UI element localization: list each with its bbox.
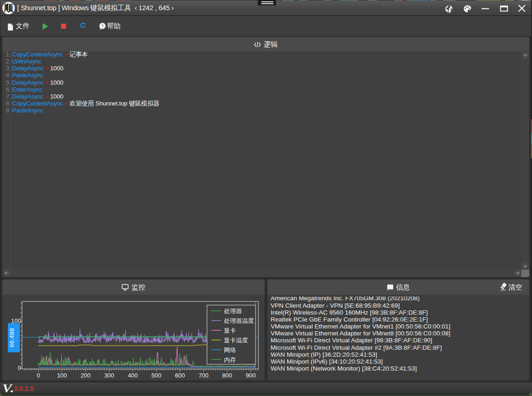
svg-text:300: 300: [104, 372, 114, 379]
svg-text:66.488: 66.488: [8, 328, 15, 347]
svg-text:显卡: 显卡: [224, 327, 236, 334]
svg-text:200: 200: [80, 372, 91, 379]
svg-text:900: 900: [246, 372, 256, 379]
svg-text:处理器温度: 处理器温度: [224, 317, 254, 324]
svg-text:100: 100: [11, 317, 21, 324]
svg-text:处理器: 处理器: [224, 308, 242, 315]
svg-text:显卡温度: 显卡温度: [224, 337, 248, 344]
svg-text:0: 0: [18, 365, 21, 371]
svg-text:500: 500: [151, 372, 161, 379]
svg-text:?: ?: [101, 24, 104, 28]
svg-text:0: 0: [37, 372, 40, 379]
svg-text:600: 600: [175, 372, 185, 379]
svg-text:内存: 内存: [224, 356, 236, 363]
svg-text:700: 700: [198, 372, 209, 379]
svg-text:400: 400: [128, 372, 138, 379]
svg-text:100: 100: [57, 372, 67, 379]
svg-text:网络: 网络: [224, 346, 236, 353]
svg-text:800: 800: [222, 372, 232, 379]
